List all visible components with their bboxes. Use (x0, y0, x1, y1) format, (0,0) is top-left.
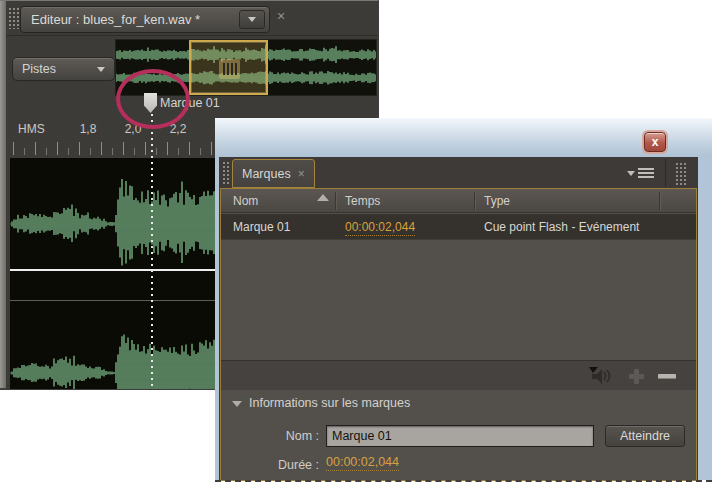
ruler-tick-label: 1,8 (73, 122, 103, 136)
table-row[interactable]: Marque 01 00:00:02,044 Cue point Flash -… (221, 214, 696, 240)
marker-time-cell[interactable]: 00:00:02,044 (345, 220, 415, 236)
editor-tab-title: Editeur : blues_for_ken.wav * (31, 12, 235, 27)
tracks-dropdown-label: Pistes (22, 62, 56, 76)
markers-panel: Marques × Nom Temps Type (219, 157, 698, 481)
markers-toolbar (221, 360, 696, 390)
column-header-nom[interactable]: Nom (233, 194, 258, 208)
overview-selection-box[interactable] (189, 40, 268, 95)
chevron-down-icon (248, 17, 256, 22)
marker-name-cell: Marque 01 (233, 220, 290, 234)
chevron-down-icon (627, 171, 635, 176)
chevron-down-icon (97, 67, 105, 72)
window-close-button[interactable]: x (644, 132, 666, 152)
drag-handle-icon[interactable] (222, 161, 231, 184)
info-section-title: Informations sur les marques (249, 396, 410, 410)
ruler-ticks[interactable] (24, 148, 220, 155)
markers-panel-content: Nom Temps Type Marque 01 00:00:02,044 Cu… (220, 188, 697, 481)
tab-dropdown-button[interactable] (239, 10, 265, 29)
duration-field-label: Durée : (221, 458, 319, 472)
panel-menu-button[interactable] (627, 168, 654, 178)
annotation-circle (116, 69, 190, 129)
divider (665, 159, 666, 187)
drag-handle-icon[interactable] (8, 7, 19, 29)
remove-marker-icon[interactable] (658, 374, 676, 379)
editor-file-tab[interactable]: Editeur : blues_for_ken.wav * (20, 6, 270, 33)
divider (6, 35, 377, 36)
column-header-temps[interactable]: Temps (345, 194, 380, 208)
sort-ascending-icon[interactable] (317, 194, 329, 201)
marker-type-cell: Cue point Flash - Evénement (484, 220, 639, 234)
screen: Editeur : blues_for_ken.wav * × Pistes (0, 0, 712, 484)
column-header-type[interactable]: Type (484, 194, 510, 208)
info-section-header[interactable]: Informations sur les marques (221, 392, 696, 416)
tab-marques[interactable]: Marques × (232, 159, 315, 188)
crop-edge (215, 480, 712, 482)
playhead-indicator (151, 114, 153, 389)
collapse-triangle-icon (232, 401, 242, 407)
selection-grip-icon[interactable] (219, 59, 240, 79)
markers-window: x Marques × Nom Temps (215, 118, 712, 480)
tracks-dropdown-button[interactable]: Pistes (12, 57, 115, 81)
drag-handle-icon[interactable] (675, 162, 686, 185)
name-field-label: Nom : (221, 429, 319, 443)
marker-name-input[interactable] (326, 425, 594, 447)
duration-value[interactable]: 00:00:02,044 (326, 455, 399, 471)
column-divider[interactable] (474, 192, 475, 210)
column-divider[interactable] (659, 192, 660, 210)
ruler-unit-label: HMS (18, 122, 45, 136)
preview-audio-icon[interactable] (588, 366, 612, 389)
window-titlebar[interactable] (215, 119, 712, 157)
column-divider[interactable] (335, 192, 336, 210)
window-edge (0, 1, 6, 388)
tab-close-icon[interactable]: × (298, 167, 305, 181)
goto-button[interactable]: Atteindre (605, 425, 685, 447)
tab-close-icon[interactable]: × (277, 9, 285, 23)
tab-marques-label: Marques (242, 167, 291, 181)
add-marker-icon[interactable] (629, 369, 644, 384)
menu-icon (638, 168, 654, 178)
table-header: Nom Temps Type (221, 189, 696, 213)
